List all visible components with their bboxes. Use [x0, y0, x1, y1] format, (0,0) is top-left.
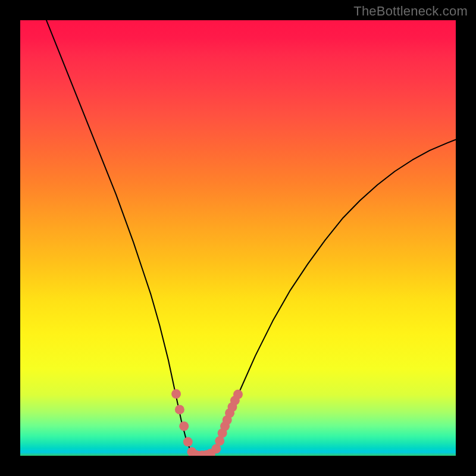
chart-frame: TheBottleneck.com [0, 0, 476, 476]
svg-point-18 [233, 390, 243, 399]
svg-point-0 [171, 389, 181, 399]
svg-point-1 [175, 405, 184, 414]
curve-path [46, 20, 456, 456]
plot-area [20, 20, 456, 456]
svg-point-2 [179, 421, 189, 431]
svg-point-3 [183, 437, 193, 447]
watermark-text: TheBottleneck.com [353, 4, 468, 19]
marker-dots [171, 389, 243, 456]
curve-svg [20, 20, 456, 456]
